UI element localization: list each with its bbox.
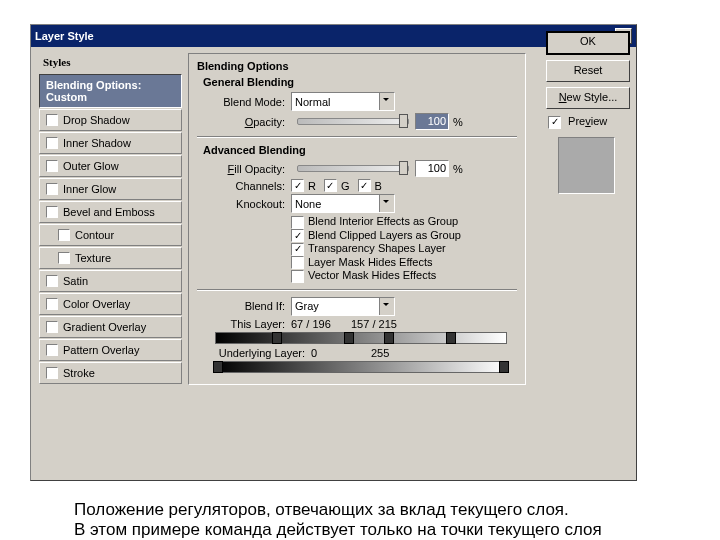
checkbox[interactable] [46, 344, 58, 356]
new-style-button[interactable]: New Style... [546, 87, 630, 109]
preview-checkbox[interactable] [548, 116, 561, 129]
channels-label: Channels: [205, 180, 285, 192]
sidebar-item-drop-shadow[interactable]: Drop Shadow [39, 109, 182, 131]
sidebar-item-inner-shadow[interactable]: Inner Shadow [39, 132, 182, 154]
channel-g-checkbox[interactable] [324, 179, 337, 192]
sidebar-item-contour[interactable]: Contour [39, 224, 182, 246]
chevron-down-icon [379, 298, 394, 315]
checkbox[interactable] [46, 275, 58, 287]
chevron-down-icon [379, 195, 394, 212]
underlying-layer-gradient[interactable] [215, 361, 507, 373]
sidebar-item-satin[interactable]: Satin [39, 270, 182, 292]
blending-options-heading: Blending Options [197, 60, 517, 72]
checkbox[interactable] [46, 137, 58, 149]
sidebar-header: Styles [39, 53, 182, 74]
fill-opacity-label: Fill Opacity: [205, 163, 285, 175]
checkbox[interactable] [46, 206, 58, 218]
opacity-value[interactable]: 100 [415, 113, 449, 130]
reset-button[interactable]: Reset [546, 60, 630, 82]
sidebar-item-color-overlay[interactable]: Color Overlay [39, 293, 182, 315]
blend-mode-label: Blend Mode: [205, 96, 285, 108]
checkbox[interactable] [46, 367, 58, 379]
checkbox[interactable] [46, 160, 58, 172]
blend-interior-checkbox[interactable] [291, 216, 304, 229]
blend-clipped-checkbox[interactable] [291, 229, 304, 242]
sidebar-item-outer-glow[interactable]: Outer Glow [39, 155, 182, 177]
fill-opacity-slider[interactable] [297, 165, 409, 172]
checkbox[interactable] [46, 298, 58, 310]
preview-swatch [558, 137, 615, 194]
sidebar-item-pattern-overlay[interactable]: Pattern Overlay [39, 339, 182, 361]
opacity-label: Opacity: [205, 116, 285, 128]
opacity-slider[interactable] [297, 118, 409, 125]
knockout-select[interactable]: None [291, 194, 395, 213]
sidebar-item-gradient-overlay[interactable]: Gradient Overlay [39, 316, 182, 338]
blend-if-label: Blend If: [205, 300, 285, 312]
layer-style-dialog: Layer Style × Styles Blending Options: C… [30, 24, 637, 481]
caption: Положение регуляторов, отвечающих за вкл… [74, 500, 602, 540]
buttons-panel: OK Reset New Style... Preview [546, 31, 630, 194]
this-layer-label: This Layer: [205, 318, 285, 330]
layer-mask-hides-checkbox[interactable] [291, 256, 304, 269]
sidebar-item-texture[interactable]: Texture [39, 247, 182, 269]
advanced-blending-heading: Advanced Blending [203, 144, 517, 156]
vector-mask-hides-checkbox[interactable] [291, 270, 304, 283]
sidebar: Styles Blending Options: Custom Drop Sha… [39, 53, 182, 393]
sidebar-item-inner-glow[interactable]: Inner Glow [39, 178, 182, 200]
underlying-layer-label: Underlying Layer: [205, 347, 305, 359]
checkbox[interactable] [46, 114, 58, 126]
ok-button[interactable]: OK [546, 31, 630, 55]
window-title: Layer Style [35, 30, 94, 42]
knockout-label: Knockout: [205, 198, 285, 210]
chevron-down-icon [379, 93, 394, 110]
channel-r-checkbox[interactable] [291, 179, 304, 192]
checkbox[interactable] [46, 321, 58, 333]
checkbox[interactable] [46, 183, 58, 195]
blend-mode-select[interactable]: Normal [291, 92, 395, 111]
this-layer-gradient[interactable] [215, 332, 507, 344]
blend-if-select[interactable]: Gray [291, 297, 395, 316]
checkbox[interactable] [58, 229, 70, 241]
general-blending-heading: General Blending [203, 76, 517, 88]
sidebar-item-bevel-emboss[interactable]: Bevel and Emboss [39, 201, 182, 223]
sidebar-item-blending-options[interactable]: Blending Options: Custom [39, 74, 182, 108]
checkbox[interactable] [58, 252, 70, 264]
fill-opacity-value[interactable]: 100 [415, 160, 449, 177]
sidebar-item-stroke[interactable]: Stroke [39, 362, 182, 384]
transparency-shapes-checkbox[interactable] [291, 243, 304, 256]
channel-b-checkbox[interactable] [358, 179, 371, 192]
